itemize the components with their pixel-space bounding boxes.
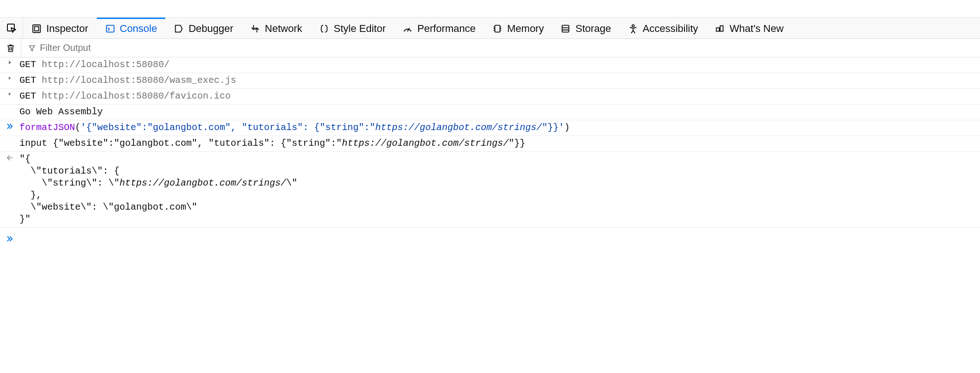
filter-input[interactable] [40,43,225,53]
tab-performance-label: Performance [417,23,476,35]
style-editor-icon [319,24,329,34]
tab-inspector[interactable]: Inspector [23,18,97,38]
console-row-log[interactable]: input {"website":"golangbot.com", "tutor… [0,136,980,152]
http-method: GET [19,59,42,70]
whats-new-icon [715,24,725,34]
devtools-tabbar: Inspector Console Debugger Network Style… [0,18,980,39]
tab-memory-label: Memory [507,23,544,35]
svg-rect-7 [716,28,719,31]
clear-console-button[interactable] [0,39,21,57]
input-marker-icon [0,122,19,130]
row-content: input {"website":"golangbot.com", "tutor… [19,137,980,149]
string-arg: '{"website":"golangbot.com", "tutorials"… [81,122,564,133]
tab-network[interactable]: Network [242,18,311,38]
tab-accessibility-label: Accessibility [643,23,698,35]
tab-console-label: Console [120,23,157,35]
tab-performance[interactable]: Performance [394,18,484,38]
paren-close: ) [564,122,570,133]
tab-console[interactable]: Console [97,18,166,38]
svg-rect-3 [106,25,114,32]
svg-rect-2 [34,26,38,31]
window-top-blank [0,0,980,18]
svg-rect-4 [495,25,500,32]
debugger-icon [174,24,184,34]
tab-style-editor-label: Style Editor [334,23,386,35]
function-name: formatJSON [19,122,75,133]
console-filter-bar [0,39,980,57]
filter-icon [28,44,36,52]
expand-toggle[interactable] [0,90,19,97]
tab-storage[interactable]: Storage [552,18,619,38]
tab-debugger-label: Debugger [188,23,233,35]
memory-icon [492,24,503,34]
row-content: GET http://localhost:58080/favicon.ico [19,90,980,102]
tab-style-editor[interactable]: Style Editor [311,18,395,38]
row-content: Go Web Assembly [19,106,980,118]
performance-icon [402,24,413,34]
svg-rect-8 [720,26,723,31]
tab-accessibility[interactable]: Accessibility [620,18,707,38]
console-prompt[interactable] [0,228,980,246]
tab-storage-label: Storage [575,23,611,35]
console-row-network[interactable]: GET http://localhost:58080/ [0,57,980,73]
svg-rect-5 [562,25,569,32]
row-content: GET http://localhost:58080/ [19,59,980,71]
row-content: "{ \"tutorials\": { \"string\": \"https:… [19,153,980,225]
tab-memory[interactable]: Memory [484,18,552,38]
row-content: formatJSON('{"website":"golangbot.com", … [19,122,980,134]
console-row-log[interactable]: Go Web Assembly [0,105,980,120]
http-url[interactable]: http://localhost:58080/favicon.ico [42,91,231,101]
result-marker-icon [0,153,19,162]
paren-open: ( [75,122,81,133]
http-method: GET [19,91,42,101]
http-method: GET [19,75,42,86]
svg-rect-1 [33,25,41,33]
console-row-network[interactable]: GET http://localhost:58080/favicon.ico [0,89,980,105]
http-url[interactable]: http://localhost:58080/wasm_exec.js [42,75,236,86]
filter-wrapper [21,43,980,53]
console-row-network[interactable]: GET http://localhost:58080/wasm_exec.js [0,73,980,89]
console-icon [105,24,115,34]
svg-point-6 [632,25,634,27]
tab-whats-new-label: What's New [729,23,784,35]
tab-whats-new[interactable]: What's New [706,18,792,38]
storage-icon [560,24,571,34]
expand-toggle[interactable] [0,75,19,81]
console-output: GET http://localhost:58080/ GET http://l… [0,57,980,228]
tab-debugger[interactable]: Debugger [165,18,242,38]
console-row-result[interactable]: "{ \"tutorials\": { \"string\": \"https:… [0,152,980,228]
inspector-icon [31,24,42,34]
network-icon [250,24,260,34]
gutter-empty [0,137,19,138]
element-picker-button[interactable] [0,18,23,38]
console-row-input[interactable]: formatJSON('{"website":"golangbot.com", … [0,120,980,136]
tab-network-label: Network [265,23,302,35]
accessibility-icon [628,24,638,34]
gutter-empty [0,106,19,107]
row-content: GET http://localhost:58080/wasm_exec.js [19,75,980,87]
http-url[interactable]: http://localhost:58080/ [42,59,170,70]
tab-inspector-label: Inspector [46,23,88,35]
expand-toggle[interactable] [0,59,19,65]
prompt-marker-icon [0,234,19,242]
